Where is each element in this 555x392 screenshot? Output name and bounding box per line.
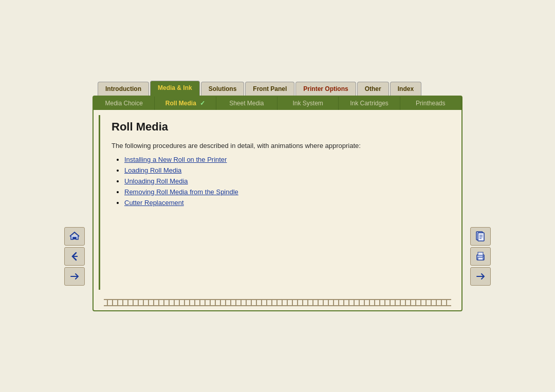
main-wrapper: Introduction Media & Ink Solutions Front… bbox=[92, 81, 462, 311]
arrow-right-button[interactable] bbox=[470, 267, 491, 286]
link-cutter[interactable]: Cutter Replacement bbox=[124, 199, 184, 207]
subnav-media-choice[interactable]: Media Choice bbox=[94, 97, 155, 110]
intro-text: The following procedures are described i… bbox=[109, 142, 446, 150]
left-nav-buttons bbox=[64, 227, 85, 286]
svg-rect-7 bbox=[478, 252, 483, 255]
print-button[interactable] bbox=[470, 247, 491, 266]
link-install[interactable]: Installing a New Roll on the Printer bbox=[124, 156, 227, 163]
subnav-sheet-media[interactable]: Sheet Media bbox=[216, 97, 278, 110]
svg-rect-8 bbox=[478, 257, 483, 260]
arrow-right-icon bbox=[474, 270, 487, 283]
links-list: Installing a New Roll on the Printer Loa… bbox=[109, 156, 446, 207]
svg-rect-0 bbox=[73, 237, 76, 239]
svg-point-9 bbox=[483, 256, 484, 257]
list-item: Removing Roll Media from the Spindle bbox=[124, 188, 446, 196]
list-item: Cutter Replacement bbox=[124, 199, 446, 207]
tab-other[interactable]: Other bbox=[357, 82, 389, 96]
forward-left-icon bbox=[68, 270, 81, 283]
forward-left-button[interactable] bbox=[64, 267, 85, 286]
content-area: Roll Media The following procedures are … bbox=[94, 110, 461, 295]
spiral-decoration bbox=[104, 299, 451, 306]
link-unload[interactable]: Unloading Roll Media bbox=[124, 177, 188, 185]
checkmark-icon: ✓ bbox=[200, 100, 205, 107]
page-title: Roll Media bbox=[109, 120, 446, 134]
tab-front-panel[interactable]: Front Panel bbox=[245, 82, 294, 96]
home-button[interactable] bbox=[64, 227, 85, 246]
back-icon bbox=[68, 250, 81, 263]
tab-printer-options[interactable]: Printer Options bbox=[295, 82, 356, 96]
pages-icon bbox=[474, 230, 487, 242]
right-nav-buttons bbox=[470, 227, 491, 286]
list-item: Unloading Roll Media bbox=[124, 177, 446, 185]
main-content-area: Media Choice Roll Media ✓ Sheet Media In… bbox=[92, 96, 462, 311]
sub-nav-bar: Media Choice Roll Media ✓ Sheet Media In… bbox=[94, 97, 461, 110]
tab-solutions[interactable]: Solutions bbox=[201, 82, 245, 96]
top-nav: Introduction Media & Ink Solutions Front… bbox=[98, 81, 462, 96]
tab-introduction[interactable]: Introduction bbox=[98, 82, 149, 96]
home-icon bbox=[68, 230, 81, 242]
subnav-printheads[interactable]: Printheads bbox=[400, 97, 461, 110]
pages-button[interactable] bbox=[470, 227, 491, 246]
bottom-bar bbox=[94, 295, 461, 310]
tab-index[interactable]: Index bbox=[390, 82, 421, 96]
subnav-roll-media-label: Roll Media bbox=[165, 100, 196, 107]
list-item: Installing a New Roll on the Printer bbox=[124, 156, 446, 163]
back-button[interactable] bbox=[64, 247, 85, 266]
list-item: Loading Roll Media bbox=[124, 166, 446, 174]
link-remove[interactable]: Removing Roll Media from the Spindle bbox=[124, 188, 238, 196]
print-icon bbox=[474, 250, 487, 263]
left-bar-decoration bbox=[99, 115, 100, 290]
tab-media-ink[interactable]: Media & Ink bbox=[150, 81, 200, 96]
subnav-ink-cartridges[interactable]: Ink Cartridges bbox=[339, 97, 400, 110]
subnav-roll-media[interactable]: Roll Media ✓ bbox=[155, 97, 216, 110]
subnav-ink-system[interactable]: Ink System bbox=[278, 97, 339, 110]
link-load[interactable]: Loading Roll Media bbox=[124, 166, 181, 174]
